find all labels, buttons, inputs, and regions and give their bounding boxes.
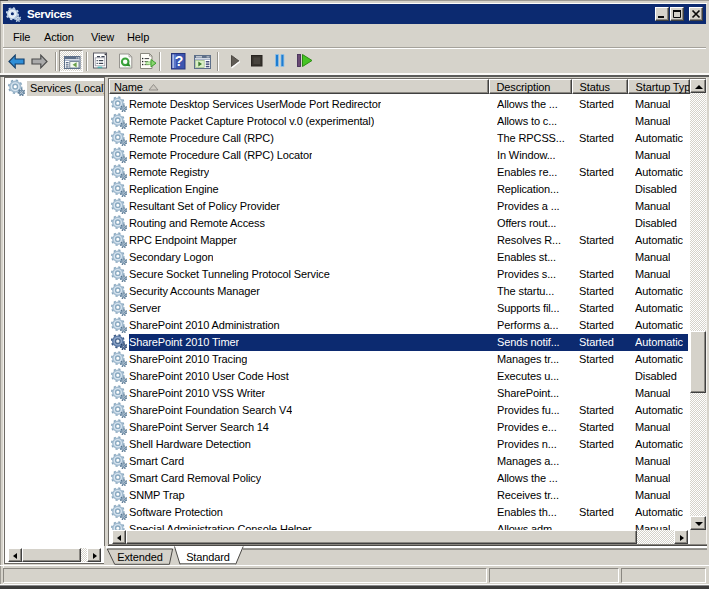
- svg-text:Extended: Extended: [117, 551, 163, 563]
- svg-text:Standard: Standard: [186, 551, 230, 563]
- svg-text:?: ?: [175, 53, 183, 69]
